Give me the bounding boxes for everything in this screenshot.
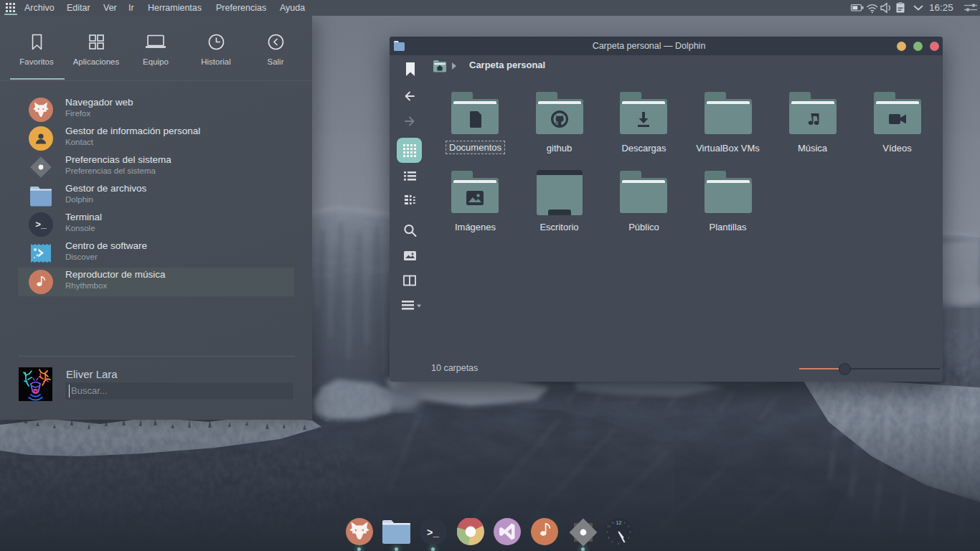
svg-text:11: 11 <box>611 521 615 524</box>
svg-text:>_: >_ <box>427 527 439 539</box>
svg-text:12: 12 <box>616 520 622 525</box>
svg-text:10: 10 <box>607 524 611 528</box>
